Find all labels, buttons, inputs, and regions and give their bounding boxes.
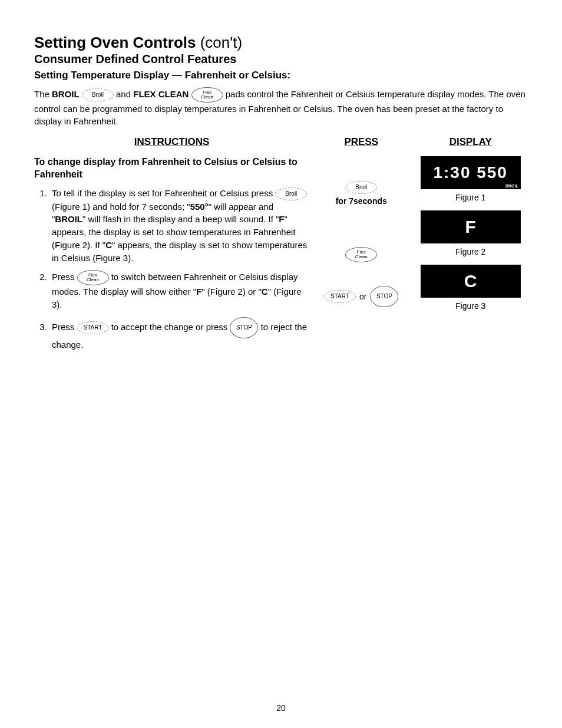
title-main-bold: Setting Oven Controls (34, 34, 196, 51)
flex-clean-pad-icon: FlexClean (191, 87, 223, 103)
step-text: " (Figure 2) or " (201, 286, 262, 297)
start-pad-icon: START (77, 321, 109, 334)
stop-pad-icon: STOP (370, 286, 398, 307)
instructions-header: INSTRUCTIONS (34, 136, 309, 148)
page-title: Setting Oven Controls (con't) (34, 34, 528, 51)
step-text: to accept the change or press (109, 322, 230, 332)
pad-line: Clean (355, 255, 368, 259)
broil-pad-icon: Broil (345, 181, 377, 194)
display-figure-2: F (421, 210, 521, 243)
step-2: Press FlexClean to switch between Fahren… (49, 270, 309, 311)
press-column: PRESS Broil for 7seconds FlexClean START… (321, 136, 401, 357)
press-step-2: FlexClean (321, 247, 401, 262)
intro-text: The (34, 89, 52, 99)
step-3: Press START to accept the change or pres… (49, 317, 309, 351)
intro-paragraph: The BROIL Broil and FLEX CLEAN FlexClean… (34, 87, 528, 129)
figure-1-caption: Figure 1 (413, 193, 528, 202)
manual-page: Setting Oven Controls (con't) Consumer D… (0, 0, 562, 728)
step-text: Press (52, 272, 77, 282)
display-readout: C (464, 271, 477, 291)
flex-clean-pad-icon: FlexClean (77, 270, 109, 285)
intro-text (189, 89, 191, 99)
figure-2-caption: Figure 2 (413, 247, 528, 256)
display-readout: 1:30 550 (433, 163, 508, 182)
step-text: To tell if the display is set for Fahren… (52, 188, 275, 198)
instructions-column: INSTRUCTIONS To change display from Fahr… (34, 136, 309, 357)
display-small-label: BROIL (505, 184, 518, 188)
press-step-1: Broil for 7seconds (321, 181, 401, 206)
pad-line: Clean (201, 95, 213, 100)
display-figure-1: 1:30 550 BROIL (421, 156, 521, 189)
press-caption: for 7seconds (336, 196, 387, 206)
flex-clean-pad-icon: FlexClean (345, 247, 377, 262)
page-number: 20 (0, 703, 562, 713)
pad-line: Clean (87, 278, 99, 282)
step-1: To tell if the display is set for Fahren… (49, 187, 309, 265)
press-step-3: START or STOP (321, 286, 401, 307)
display-figure-3: C (421, 265, 521, 298)
display-header: DISPLAY (413, 136, 528, 148)
figure-3-caption: Figure 3 (413, 301, 528, 311)
broil-pad-icon: Broil (82, 88, 114, 101)
broil-pad-icon: Broil (275, 187, 307, 200)
intro-text: and (114, 89, 133, 99)
display-column: DISPLAY 1:30 550 BROIL Figure 1 F Figure… (413, 136, 528, 357)
press-header: PRESS (321, 136, 401, 148)
three-column-layout: INSTRUCTIONS To change display from Fahr… (34, 136, 528, 357)
page-subtitle: Consumer Defined Control Features (34, 52, 528, 66)
press-or: or (359, 292, 366, 301)
step-text: " will flash in the display and a beep w… (82, 214, 279, 224)
step-text: Press (52, 322, 77, 332)
step-text: (Figure 1) and hold for 7 seconds; " (52, 202, 190, 212)
step-bold: F (279, 214, 284, 224)
intro-bold: FLEX CLEAN (133, 89, 189, 99)
step-bold: C (262, 286, 268, 297)
intro-bold: BROIL (52, 89, 80, 99)
steps-list: To tell if the display is set for Fahren… (34, 187, 309, 351)
step-bold: 550° (190, 202, 209, 212)
stop-pad-icon: STOP (230, 317, 258, 338)
change-heading: To change display from Fahrenheit to Cel… (34, 156, 309, 181)
display-readout: F (465, 217, 476, 237)
title-main-rest: (con't) (196, 34, 242, 51)
step-bold: BROIL (55, 214, 82, 224)
step-bold: C (105, 240, 112, 250)
start-pad-icon: START (324, 290, 356, 303)
page-subsubtitle: Setting Temperature Display — Fahrenheit… (34, 70, 528, 81)
step-bold: F (196, 286, 201, 297)
